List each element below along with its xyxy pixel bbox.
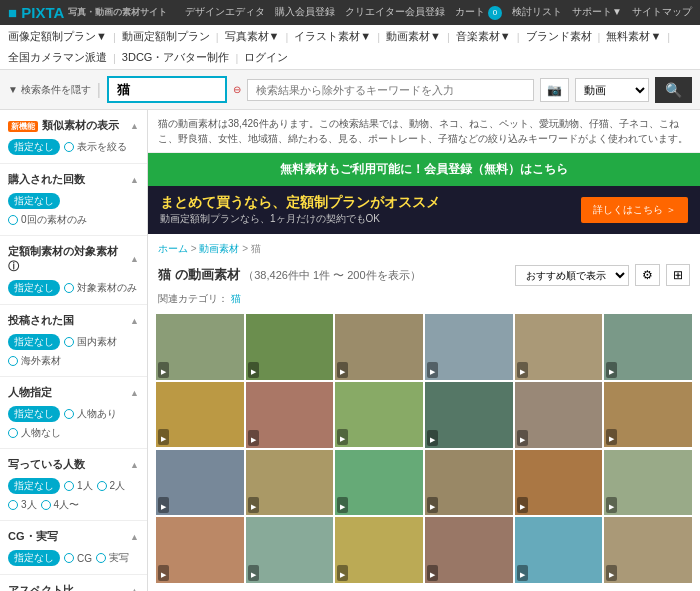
count-2-radio[interactable] — [97, 481, 107, 491]
country-none-radio[interactable]: 指定なし — [8, 334, 60, 350]
image-item[interactable]: ▶ — [604, 517, 692, 583]
nav-brand[interactable]: ブランド素材 — [526, 29, 592, 44]
subscription-none-radio[interactable]: 指定なし — [8, 280, 60, 296]
similar-none-radio[interactable]: 指定なし — [8, 139, 60, 155]
image-item[interactable]: ▶ — [515, 450, 603, 516]
image-item[interactable]: ▶ — [335, 450, 423, 516]
cg-cg[interactable]: CG — [64, 550, 92, 566]
image-item[interactable]: ▶ — [425, 450, 513, 516]
image-item[interactable]: ▶ — [335, 314, 423, 380]
subscription-only[interactable]: 対象素材のみ — [64, 280, 137, 296]
purchase-none-radio[interactable]: 指定なし — [8, 193, 60, 209]
image-item[interactable]: ▶ — [335, 517, 423, 583]
people-without-radio[interactable] — [8, 428, 18, 438]
subscription-none[interactable]: 指定なし — [8, 280, 60, 296]
nav-image-plan[interactable]: 画像定額制プラン▼ — [8, 29, 107, 44]
cg-none-radio[interactable]: 指定なし — [8, 550, 60, 566]
country-domestic[interactable]: 国内素材 — [64, 334, 117, 350]
grid-view-button[interactable]: ⊞ — [666, 264, 690, 286]
nav-cart[interactable]: カート 0 — [455, 5, 502, 20]
count-2[interactable]: 2人 — [97, 478, 126, 494]
sidebar-section-purchase: 購入された回数 ▲ 指定なし 0回の素材のみ — [0, 164, 147, 236]
image-item[interactable]: ▶ — [604, 382, 692, 448]
related-tag-cat[interactable]: 猫 — [231, 293, 241, 304]
green-banner[interactable]: 無料素材もご利用可能に！会員登録（無料）はこちら — [148, 153, 700, 186]
country-overseas-radio[interactable] — [8, 356, 18, 366]
nav-cameraman[interactable]: 全国カメラマン派遣 — [8, 50, 107, 65]
purchase-zero[interactable]: 0回の素材のみ — [8, 213, 87, 227]
image-item[interactable]: ▶ — [425, 382, 513, 448]
country-domestic-radio[interactable] — [64, 337, 74, 347]
people-options: 指定なし 人物あり 人物なし — [8, 406, 139, 440]
purchase-zero-radio[interactable] — [8, 215, 18, 225]
camera-button[interactable]: 📷 — [540, 78, 569, 102]
image-item[interactable]: ▶ — [246, 314, 334, 380]
settings-view-button[interactable]: ⚙ — [635, 264, 660, 286]
promo-button[interactable]: 詳しくはこちら ＞ — [581, 197, 688, 223]
image-item[interactable]: ▶ — [604, 314, 692, 380]
breadcrumb-home[interactable]: ホーム — [158, 243, 188, 254]
search-button[interactable]: 🔍 — [655, 77, 692, 103]
nav-creator-register[interactable]: クリエイター会員登録 — [345, 5, 445, 20]
nav-illust[interactable]: イラスト素材▼ — [294, 29, 371, 44]
nav-support[interactable]: サポート▼ — [572, 5, 622, 20]
filter-toggle[interactable]: ▼ 検索条件を隠す — [8, 83, 91, 97]
people-without[interactable]: 人物なし — [8, 426, 61, 440]
similar-filter-radio[interactable] — [64, 142, 74, 152]
cg-none[interactable]: 指定なし — [8, 550, 60, 566]
nav-video-plan[interactable]: 動画定額制プラン — [122, 29, 210, 44]
image-item[interactable]: ▶ — [246, 382, 334, 448]
similar-none[interactable]: 指定なし — [8, 139, 60, 155]
chevron-icon-6: ▲ — [130, 460, 139, 470]
image-item[interactable]: ▶ — [156, 517, 244, 583]
image-item[interactable]: ▶ — [425, 314, 513, 380]
nav-free[interactable]: 無料素材▼ — [606, 29, 661, 44]
count-4plus-radio[interactable] — [41, 500, 51, 510]
sort-select[interactable]: おすすめ順で表示 新着順 価格順 — [515, 265, 629, 286]
subscription-only-radio[interactable] — [64, 283, 74, 293]
count-3[interactable]: 3人 — [8, 498, 37, 512]
nav-login[interactable]: ログイン — [244, 50, 288, 65]
exclude-input[interactable] — [247, 79, 534, 101]
image-item[interactable]: ▶ — [335, 382, 423, 448]
search-input[interactable] — [107, 76, 227, 103]
image-item[interactable]: ▶ — [515, 517, 603, 583]
image-item[interactable]: ▶ — [246, 517, 334, 583]
image-item[interactable]: ▶ — [604, 450, 692, 516]
similar-filter[interactable]: 表示を絞る — [64, 139, 127, 155]
breadcrumb-video[interactable]: 動画素材 — [199, 243, 239, 254]
count-none-radio[interactable]: 指定なし — [8, 478, 60, 494]
nav-buy-register[interactable]: 購入会員登録 — [275, 5, 335, 20]
image-item[interactable]: ▶ — [515, 382, 603, 448]
cg-real[interactable]: 実写 — [96, 550, 129, 566]
count-1[interactable]: 1人 — [64, 478, 93, 494]
people-with-radio[interactable] — [64, 409, 74, 419]
media-type-select[interactable]: 動画 写真 イラスト 音楽 — [575, 78, 649, 102]
nav-photo[interactable]: 写真素材▼ — [225, 29, 280, 44]
image-item[interactable]: ▶ — [246, 450, 334, 516]
image-item[interactable]: ▶ — [156, 382, 244, 448]
people-none-radio[interactable]: 指定なし — [8, 406, 60, 422]
people-with[interactable]: 人物あり — [64, 406, 117, 422]
nav-video[interactable]: 動画素材▼ — [386, 29, 441, 44]
country-none[interactable]: 指定なし — [8, 334, 60, 350]
cg-real-radio[interactable] — [96, 553, 106, 563]
nav-design-editor[interactable]: デザインエディタ — [185, 5, 265, 20]
purchase-none[interactable]: 指定なし — [8, 193, 60, 209]
people-none[interactable]: 指定なし — [8, 406, 60, 422]
cg-cg-radio[interactable] — [64, 553, 74, 563]
count-1-radio[interactable] — [64, 481, 74, 491]
image-item[interactable]: ▶ — [425, 517, 513, 583]
nav-3dcg[interactable]: 3DCG・アバター制作 — [122, 50, 230, 65]
nav-sitemap[interactable]: サイトマップ — [632, 5, 692, 20]
logo[interactable]: ■ PIXTA 写真・動画の素材サイト — [8, 4, 167, 21]
count-4plus[interactable]: 4人〜 — [41, 498, 80, 512]
nav-checklist[interactable]: 検討リスト — [512, 5, 562, 20]
count-none[interactable]: 指定なし — [8, 478, 60, 494]
count-3-radio[interactable] — [8, 500, 18, 510]
nav-music[interactable]: 音楽素材▼ — [456, 29, 511, 44]
image-item[interactable]: ▶ — [156, 314, 244, 380]
country-overseas[interactable]: 海外素材 — [8, 354, 61, 368]
image-item[interactable]: ▶ — [515, 314, 603, 380]
image-item[interactable]: ▶ — [156, 450, 244, 516]
